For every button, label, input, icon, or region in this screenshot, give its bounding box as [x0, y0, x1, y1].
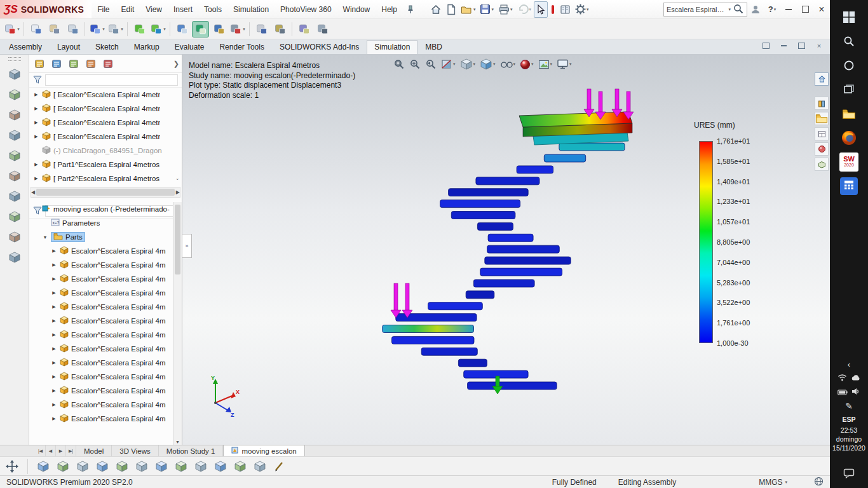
- dropdown-chevron-icon[interactable]: ▾: [569, 62, 572, 67]
- view-linked-icon[interactable]: [252, 459, 268, 474]
- zoom-to-fit-icon[interactable]: [393, 58, 405, 70]
- filter-funnel-icon[interactable]: [33, 76, 42, 85]
- tree-row[interactable]: ▶Escalon^Escalera Espiral 4m: [29, 412, 173, 426]
- active-tool-icon[interactable]: [192, 21, 209, 37]
- propertymanager-icon[interactable]: [49, 57, 64, 71]
- tree-row[interactable]: ▶Escalon^Escalera Espiral 4m: [29, 342, 173, 356]
- zoom-to-area-icon[interactable]: [409, 58, 421, 70]
- dropdown-chevron-icon[interactable]: ▾: [529, 7, 532, 12]
- menu-edit[interactable]: Edit: [116, 0, 140, 18]
- tree-row[interactable]: ▶Escalon^Escalera Espiral 4m: [29, 356, 173, 370]
- taskbar-clock[interactable]: 22:53 domingo 15/11/2020: [832, 426, 865, 452]
- menu-insert[interactable]: Insert: [168, 0, 198, 18]
- task-view-icon[interactable]: [835, 78, 863, 102]
- tree-row[interactable]: ▶Escalon^Escalera Espiral 4m: [29, 384, 173, 398]
- cloud-icon[interactable]: [851, 372, 860, 384]
- hide-show-items-icon[interactable]: ▾: [500, 60, 516, 69]
- select-cursor-icon[interactable]: [534, 1, 548, 18]
- configurationmanager-icon[interactable]: [66, 57, 81, 71]
- tree-row[interactable]: ▶Escalon^Escalera Espiral 4m: [29, 300, 173, 314]
- component-pattern-icon[interactable]: [4, 106, 25, 124]
- previous-view-icon[interactable]: [425, 58, 437, 70]
- view-dimetric-icon[interactable]: [193, 459, 209, 474]
- dropdown-chevron-icon[interactable]: ▾: [510, 7, 513, 12]
- dropdown-chevron-icon[interactable]: ▾: [493, 62, 496, 67]
- component-move-icon[interactable]: [173, 21, 191, 37]
- tree-row[interactable]: ▶[ Escalon^Escalera Espiral 4metr: [29, 88, 182, 102]
- collapsed-arrow-icon[interactable]: ▶: [51, 346, 57, 351]
- scrollbar-thumb[interactable]: [36, 189, 175, 196]
- dropdown-chevron-icon[interactable]: ▾: [121, 27, 123, 32]
- dropdown-chevron-icon[interactable]: ▾: [473, 62, 476, 67]
- wifi-icon[interactable]: [837, 372, 847, 384]
- doc-restore-icon[interactable]: [796, 41, 807, 51]
- tree-row[interactable]: ▼Parts: [29, 230, 173, 244]
- tab-markup[interactable]: Markup: [126, 40, 167, 54]
- apply-scene-icon[interactable]: ▾: [538, 60, 553, 69]
- assembly-features-icon[interactable]: [4, 187, 25, 205]
- dropdown-chevron-icon[interactable]: ▾: [473, 7, 476, 12]
- more-chevron-icon[interactable]: ⌄: [175, 176, 179, 181]
- design-journal-icon[interactable]: [558, 2, 573, 17]
- notification-icon[interactable]: [835, 461, 863, 485]
- view-palette-icon[interactable]: [815, 127, 829, 140]
- dropdown-chevron-icon[interactable]: ▾: [163, 27, 166, 32]
- start-icon[interactable]: [835, 5, 863, 29]
- section-view-icon[interactable]: ▾: [441, 58, 456, 70]
- design-library-icon[interactable]: [815, 97, 829, 110]
- dropdown-chevron-icon[interactable]: ▾: [513, 62, 516, 67]
- collapsed-arrow-icon[interactable]: ▶: [51, 388, 57, 393]
- tree-row[interactable]: ▶Escalon^Escalera Espiral 4m: [29, 314, 173, 328]
- view-back-icon[interactable]: [55, 459, 71, 474]
- search-icon[interactable]: [835, 29, 863, 53]
- tree-row[interactable]: ▶[ Part2^Escalera Espiral 4metros⌄: [29, 172, 182, 186]
- collapsed-arrow-icon[interactable]: ▶: [33, 176, 39, 181]
- appearances-icon[interactable]: [815, 142, 829, 156]
- menu-view[interactable]: View: [140, 0, 168, 18]
- tree-row[interactable]: ▶[ Part1^Escalera Espiral 4metros: [29, 158, 182, 172]
- collapsed-arrow-icon[interactable]: ▶: [33, 120, 39, 125]
- view-trimetric-icon[interactable]: [173, 459, 189, 474]
- tab-mbd[interactable]: MBD: [417, 40, 450, 54]
- units-selector[interactable]: MMGS▾: [759, 478, 787, 487]
- collapsed-arrow-icon[interactable]: ▶: [51, 304, 57, 309]
- collapsed-arrow-icon[interactable]: ▶: [33, 92, 39, 97]
- smart-fasteners-icon[interactable]: [4, 126, 25, 144]
- scroll-down-icon[interactable]: ▼: [173, 440, 182, 444]
- web-globe-icon[interactable]: [814, 477, 824, 488]
- doc-cascade-icon[interactable]: [760, 41, 771, 51]
- language-indicator[interactable]: ESP: [842, 416, 855, 423]
- scroll-left-icon[interactable]: ◀: [31, 189, 35, 195]
- volume-icon[interactable]: [851, 386, 860, 398]
- tree-row[interactable]: ▶Escalon^Escalera Espiral 4m: [29, 370, 173, 384]
- collapsed-arrow-icon[interactable]: ▶: [33, 134, 39, 139]
- graphics-area[interactable]: Y X Z Model name: Escalera Espiral 4metr…: [182, 55, 830, 445]
- tree-row[interactable]: x=?Parameters: [29, 216, 173, 230]
- view-bottom-icon[interactable]: [133, 459, 150, 474]
- interference-detection-icon[interactable]: ▾: [229, 21, 246, 37]
- doc-tab-3d-views[interactable]: 3D Views: [112, 445, 158, 456]
- search-chevron-icon[interactable]: ▾: [728, 7, 731, 12]
- doc-tab-motion-study-1[interactable]: Motion Study 1: [159, 445, 224, 456]
- view-top-icon[interactable]: [114, 459, 130, 474]
- pen-icon[interactable]: ✎: [845, 400, 853, 412]
- help-icon[interactable]: ?▾: [764, 1, 780, 18]
- dropdown-chevron-icon[interactable]: ▾: [453, 62, 456, 67]
- magnifier-edit-icon[interactable]: ▾: [3, 21, 20, 37]
- import-arrow-icon[interactable]: ▾: [88, 21, 105, 37]
- collapsed-arrow-icon[interactable]: ▶: [33, 106, 39, 111]
- command-list-icon[interactable]: [27, 21, 44, 37]
- menu-help[interactable]: Help: [376, 0, 403, 18]
- tab-layout[interactable]: Layout: [50, 40, 88, 54]
- solidworks-resources-icon[interactable]: [815, 72, 829, 86]
- display-style-icon[interactable]: ▾: [480, 58, 496, 71]
- mate-icon[interactable]: [4, 86, 25, 104]
- collapsed-arrow-icon[interactable]: ▶: [51, 374, 57, 379]
- collapsed-arrow-icon[interactable]: ▶: [51, 402, 57, 407]
- dropdown-chevron-icon[interactable]: ▾: [102, 27, 105, 32]
- new-motion-study-icon[interactable]: [4, 228, 25, 246]
- dropdown-chevron-icon[interactable]: ▾: [531, 62, 534, 67]
- open-icon[interactable]: ▾: [459, 2, 478, 17]
- edit-appearance-icon[interactable]: ▾: [520, 59, 534, 70]
- tab-simulation[interactable]: Simulation: [367, 40, 417, 54]
